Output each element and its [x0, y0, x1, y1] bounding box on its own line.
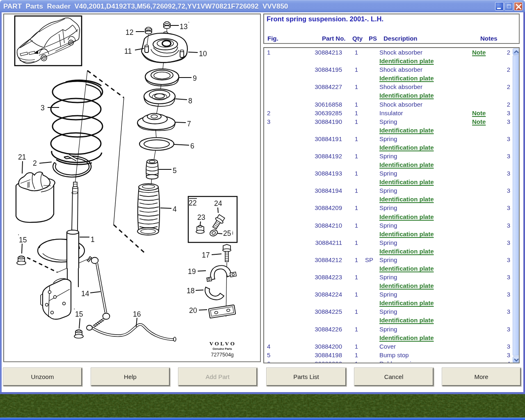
svg-text:': ': [74, 308, 75, 313]
svg-text:21: 21: [18, 153, 26, 161]
svg-text:18: 18: [187, 287, 194, 295]
svg-text:': ': [188, 21, 189, 27]
svg-text:16: 16: [133, 310, 141, 318]
svg-text:12: 12: [126, 28, 133, 37]
svg-text:11: 11: [124, 47, 132, 55]
svg-text:20: 20: [189, 306, 197, 315]
svg-text:Genuine Parts: Genuine Parts: [212, 347, 232, 350]
svg-text:24: 24: [214, 199, 222, 208]
svg-text:VOLVO: VOLVO: [209, 340, 236, 347]
svg-text:25: 25: [223, 229, 231, 237]
svg-text:2: 2: [33, 159, 37, 167]
svg-text:9: 9: [193, 74, 197, 82]
svg-text:': ': [18, 233, 19, 239]
svg-text:7: 7: [187, 120, 191, 128]
svg-text:15: 15: [19, 236, 27, 244]
svg-text:23: 23: [197, 213, 205, 221]
svg-text:1: 1: [91, 235, 95, 244]
svg-text:17: 17: [202, 251, 210, 259]
svg-text:3: 3: [41, 104, 45, 112]
svg-text:14: 14: [81, 290, 89, 298]
svg-text:4: 4: [173, 205, 177, 213]
svg-text:19: 19: [188, 267, 196, 276]
svg-text:7277504g: 7277504g: [211, 352, 234, 358]
svg-text:8: 8: [188, 97, 192, 105]
svg-text:5: 5: [173, 167, 177, 175]
svg-text:22: 22: [189, 199, 196, 207]
svg-text:13: 13: [180, 23, 187, 31]
svg-text:6: 6: [190, 142, 194, 150]
svg-text:10: 10: [199, 50, 207, 58]
svg-text:15: 15: [75, 310, 83, 318]
svg-text:i: i: [232, 230, 233, 236]
